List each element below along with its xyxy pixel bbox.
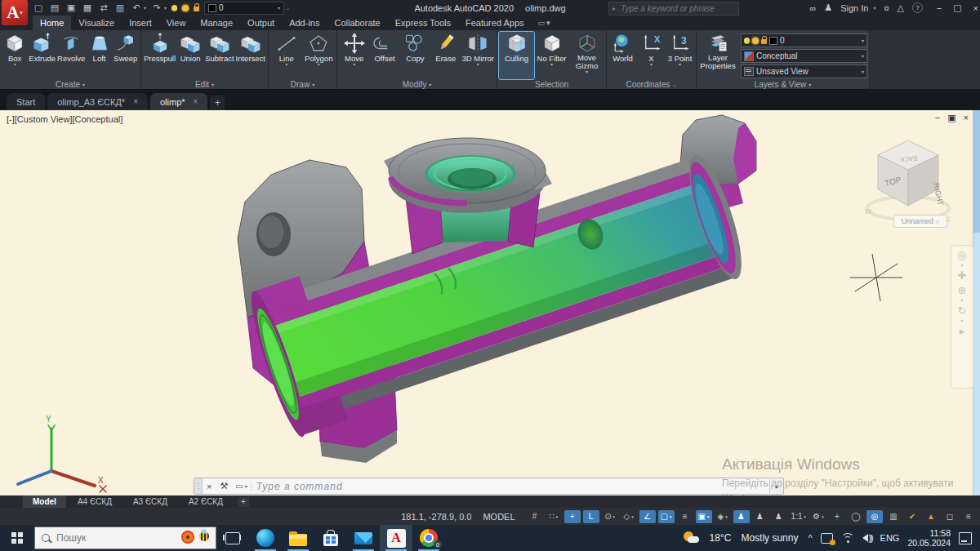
panel-title-coordinates[interactable]: Coordinates⌄	[607, 79, 696, 90]
layer-properties-button[interactable]: Layer Properties	[698, 32, 737, 79]
language-indicator[interactable]: ENG	[880, 533, 900, 543]
file-tab-olimp-a3[interactable]: olimp_A3 ЄСКД*×	[47, 93, 148, 110]
culling-button[interactable]: Culling	[499, 32, 534, 79]
command-close-icon[interactable]: ×	[203, 482, 216, 491]
volume-icon[interactable]: )))	[862, 534, 872, 543]
autodesk-app-icon[interactable]: △	[898, 2, 904, 13]
close-tab-icon[interactable]: ×	[133, 97, 138, 106]
panel-title-selection[interactable]: Selection	[497, 79, 606, 90]
command-bar-grip[interactable]: ⋮	[194, 478, 203, 494]
sign-in-caret-icon[interactable]: ▾	[873, 5, 875, 11]
annotation-scale-icon[interactable]: 1:1▾	[790, 510, 808, 523]
tab-output[interactable]: Output	[240, 16, 282, 30]
customization-icon[interactable]: ≡	[960, 510, 977, 523]
line-button[interactable]: Line▾	[270, 32, 303, 79]
tab-manage[interactable]: Manage	[193, 16, 240, 30]
polar-tracking-icon[interactable]: ⊙▾	[602, 510, 618, 523]
clock[interactable]: 11:58 20.05.2024	[907, 528, 951, 548]
qat-overflow-icon[interactable]: ⌄	[286, 5, 290, 11]
tab-view[interactable]: View	[159, 16, 194, 30]
world-ucs-button[interactable]: World	[608, 32, 637, 79]
viewport-close-icon[interactable]: ×	[964, 113, 969, 123]
copy-button[interactable]: Copy	[400, 32, 430, 79]
viewport-minimize-icon[interactable]: −	[935, 113, 940, 123]
help-search-input[interactable]	[619, 3, 735, 14]
file-tab-olimp[interactable]: olimp*×	[150, 93, 207, 110]
taskbar-store[interactable]	[314, 525, 347, 551]
new-layout-button[interactable]: +	[238, 497, 249, 507]
layout-tab-model[interactable]: Model	[23, 495, 66, 508]
taskbar-autocad[interactable]: A	[380, 525, 412, 551]
model-space-toggle[interactable]: MODEL	[479, 511, 518, 522]
transparency-icon[interactable]: ▣▾	[696, 510, 712, 523]
panel-title-create[interactable]: Create▾	[0, 79, 140, 90]
layout-tab-a3[interactable]: A3 ЄСКД	[123, 495, 177, 508]
orbit-icon[interactable]: ↻	[958, 304, 967, 317]
new-drawing-tab-button[interactable]: +	[210, 96, 225, 110]
taskbar-mail[interactable]	[347, 525, 380, 551]
move-button[interactable]: Move▾	[339, 32, 369, 79]
qat-layer-combo[interactable]: 0 ▾	[204, 2, 284, 15]
view-combo[interactable]: Unsaved View ▾	[741, 64, 867, 78]
tab-express-tools[interactable]: Express Tools	[388, 16, 458, 30]
no-filter-button[interactable]: No Filter▾	[534, 32, 569, 79]
tab-featured-apps[interactable]: Featured Apps	[458, 16, 532, 30]
panel-title-edit[interactable]: Edit▾	[141, 79, 268, 90]
wheel-caret-icon[interactable]: ▾	[960, 264, 963, 267]
dynamic-ucs-icon[interactable]: ♟	[752, 510, 768, 523]
ucs-x-button[interactable]: XX▾	[637, 32, 666, 79]
grid-display-icon[interactable]: #	[527, 510, 543, 523]
layer-on-icon[interactable]	[172, 5, 177, 11]
recent-commands-caret-icon[interactable]: ▾	[245, 483, 247, 489]
taskbar-edge[interactable]	[249, 525, 282, 551]
selection-filtering-icon[interactable]: ♟	[771, 510, 787, 523]
layer-thaw-icon[interactable]	[182, 5, 189, 11]
tray-chevron-icon[interactable]: ^	[808, 533, 812, 543]
close-tab-icon[interactable]: ×	[194, 97, 198, 106]
start-button[interactable]	[0, 525, 34, 551]
show-motion-icon[interactable]: ▸	[960, 325, 965, 337]
panel-title-modify[interactable]: Modify▾	[337, 79, 497, 90]
command-wrench-icon[interactable]: ⚒	[216, 481, 232, 491]
weather-temp[interactable]: 18°C	[710, 532, 732, 544]
taskbar-file-explorer[interactable]	[282, 525, 314, 551]
ucs-3point-button[interactable]: 33 Point▾	[666, 32, 694, 79]
3d-mirror-button[interactable]: 3D Mirror▾	[461, 32, 495, 79]
3d-object-snap-icon[interactable]: ♟	[733, 510, 750, 523]
search-binoculars-icon[interactable]: ∞	[809, 3, 816, 13]
extrude-button[interactable]: Extrude	[28, 32, 56, 79]
tab-insert[interactable]: Insert	[122, 16, 159, 30]
tab-visualize[interactable]: Visualize	[71, 16, 122, 30]
object-snap-icon[interactable]: ▢▾	[658, 510, 675, 523]
file-tab-start[interactable]: Start	[7, 93, 45, 110]
viewcube-view-name[interactable]: Unnamed ▽	[893, 215, 947, 228]
save-as-icon[interactable]: ▦	[82, 2, 93, 13]
command-input[interactable]: Type a command	[256, 481, 769, 492]
offset-button[interactable]: Offset	[369, 32, 399, 79]
selection-cycling-icon[interactable]: ◈▾	[715, 510, 731, 523]
sign-in-label[interactable]: Sign In	[840, 3, 868, 13]
undo-icon[interactable]: ↶	[131, 2, 142, 13]
visual-style-caret-icon[interactable]: ▾	[862, 53, 864, 59]
task-view-button[interactable]	[216, 525, 249, 551]
clean-screen-icon[interactable]: ◻	[942, 510, 958, 523]
tab-collaborate[interactable]: Collaborate	[327, 16, 387, 30]
erase-button[interactable]: Erase	[430, 32, 461, 79]
box-button[interactable]: Box▾	[2, 32, 28, 79]
ortho-mode-icon[interactable]: L	[583, 510, 599, 523]
viewport-restore-icon[interactable]: ▣	[947, 113, 956, 123]
layout-tab-a2[interactable]: A2 ЄСКД	[179, 495, 233, 508]
polygon-button[interactable]: Polygon▾	[303, 32, 336, 79]
dynamic-input-icon[interactable]: +	[564, 510, 581, 523]
save-icon[interactable]: ▣	[65, 2, 77, 13]
lineweight-icon[interactable]: ≡	[677, 510, 693, 523]
panel-title-layers-view[interactable]: Layers & View▾	[697, 79, 869, 90]
visual-style-combo[interactable]: Conceptual ▾	[741, 49, 867, 63]
taskbar-search-input[interactable]	[55, 531, 148, 544]
zoom-extents-icon[interactable]: ⊕	[958, 284, 967, 296]
revolve-button[interactable]: Revolve	[56, 32, 86, 79]
app-store-cart-icon[interactable]: ¤	[884, 3, 889, 13]
window-minimize-icon[interactable]: −	[937, 3, 942, 13]
drawing-area[interactable]: Y X [-][Custom View][Conceptual] − ▣ × T…	[0, 110, 980, 495]
layer-unlock-icon[interactable]	[194, 7, 199, 11]
